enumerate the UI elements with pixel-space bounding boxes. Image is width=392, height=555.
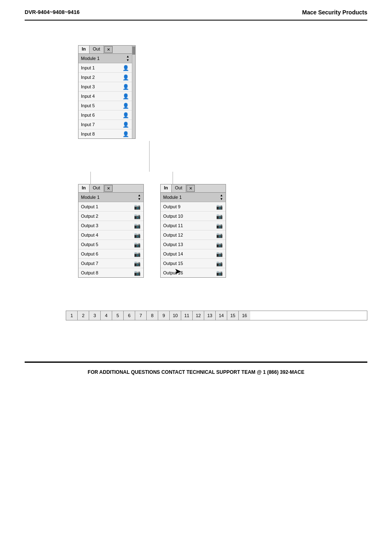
person-icon-7[interactable]: 👤 — [122, 121, 129, 128]
input-label-2: Input 2 — [81, 75, 122, 80]
output-right-icon-2[interactable]: 📷 — [216, 212, 223, 220]
output-right-rows: Output 9 📷Output 10 📷Output 11 📷Output 1… — [161, 202, 226, 277]
num-cell-6[interactable]: 6 — [124, 311, 135, 320]
output-left-wrapper: In Out ✕ Module 1 ▲▼ Output 1 📷Output 2 … — [78, 172, 144, 278]
input-row-2: Input 2 👤 — [78, 73, 132, 82]
person-icon-8[interactable]: 👤 — [122, 130, 129, 138]
num-cell-5[interactable]: 5 — [112, 311, 124, 320]
output-right-icon-3[interactable]: 📷 — [216, 222, 223, 229]
tab-x[interactable]: ✕ — [104, 46, 113, 53]
output-right-panel: In Out ✕ Module 1 ▲▼ Output 9 📷Output 10… — [160, 184, 226, 278]
out-right-label-3: Output 11 — [163, 223, 216, 228]
out-left-label-3: Output 3 — [81, 223, 134, 228]
num-cell-2[interactable]: 2 — [78, 311, 89, 320]
out-left-tab-out[interactable]: Out — [90, 184, 104, 192]
person-icon-1[interactable]: 👤 — [122, 64, 129, 71]
output-left-row-6: Output 6 📷 — [78, 249, 143, 259]
main-content: In Out ✕ Module 1 ▲▼ Input 1 👤Input 2 👤I… — [0, 21, 392, 329]
output-left-tabs: In Out ✕ — [78, 184, 143, 193]
num-cell-12[interactable]: 12 — [193, 311, 204, 320]
out-right-scroll[interactable]: ▲▼ — [220, 193, 223, 201]
output-right-wrapper: In Out ✕ Module 1 ▲▼ Output 9 📷Output 10… — [160, 172, 226, 278]
input-panel-wrapper: In Out ✕ Module 1 ▲▼ Input 1 👤Input 2 👤I… — [78, 45, 367, 139]
output-right-icon-5[interactable]: 📷 — [216, 241, 223, 248]
num-cell-9[interactable]: 9 — [158, 311, 170, 320]
output-left-icon-3[interactable]: 📷 — [134, 222, 141, 229]
out-right-label-5: Output 13 — [163, 242, 216, 247]
output-left-icon-2[interactable]: 📷 — [134, 212, 141, 220]
out-right-label-8: Output 16 — [163, 270, 216, 275]
out-right-tab-x[interactable]: ✕ — [187, 185, 195, 192]
person-icon-2[interactable]: 👤 — [122, 74, 129, 81]
person-icon-3[interactable]: 👤 — [122, 83, 129, 90]
person-icon-5[interactable]: 👤 — [122, 102, 129, 109]
out-left-label-8: Output 8 — [81, 270, 134, 275]
output-right-row-1: Output 9 📷 — [161, 202, 226, 212]
num-cell-16[interactable]: 16 — [239, 311, 250, 320]
output-left-row-7: Output 7 📷 — [78, 259, 143, 268]
input-label-6: Input 6 — [81, 113, 122, 117]
tab-out[interactable]: Out — [90, 46, 104, 53]
num-cell-13[interactable]: 13 — [204, 311, 216, 320]
num-cell-8[interactable]: 8 — [147, 311, 158, 320]
out-right-tab-out[interactable]: Out — [172, 184, 186, 192]
out-right-label-2: Output 10 — [163, 214, 216, 219]
output-right-icon-4[interactable]: 📷 — [216, 231, 223, 239]
output-left-icon-8[interactable]: 📷 — [134, 269, 141, 276]
num-cell-1[interactable]: 1 — [66, 311, 78, 320]
output-left-row-2: Output 2 📷 — [78, 212, 143, 221]
input-label-3: Input 3 — [81, 84, 122, 89]
num-cell-4[interactable]: 4 — [101, 311, 112, 320]
section-output-wrapper: In Out ✕ Module 1 ▲▼ Output 1 📷Output 2 … — [25, 172, 367, 278]
output-right-icon-8[interactable]: 📷 — [216, 269, 223, 276]
output-right-row-4: Output 12 📷 — [161, 230, 226, 240]
input-row-4: Input 4 👤 — [78, 92, 132, 101]
out-right-tab-in[interactable]: In — [161, 184, 172, 192]
output-right-row-7: Output 15 📷 — [161, 259, 226, 268]
person-icon-6[interactable]: 👤 — [122, 111, 129, 119]
output-left-row-1: Output 1 📷 — [78, 202, 143, 212]
input-row-3: Input 3 👤 — [78, 82, 132, 92]
scrollbar-thumb — [132, 46, 135, 55]
num-cell-11[interactable]: 11 — [181, 311, 193, 320]
input-label-5: Input 5 — [81, 103, 122, 108]
out-left-tab-in[interactable]: In — [78, 184, 90, 192]
out-left-tab-x[interactable]: ✕ — [104, 185, 113, 192]
input-row-5: Input 5 👤 — [78, 101, 132, 111]
output-left-icon-1[interactable]: 📷 — [134, 203, 141, 210]
out-left-scroll[interactable]: ▲▼ — [138, 193, 141, 201]
num-cell-14[interactable]: 14 — [216, 311, 227, 320]
num-cell-3[interactable]: 3 — [89, 311, 101, 320]
output-right-icon-7[interactable]: 📷 — [216, 260, 223, 267]
num-cell-15[interactable]: 15 — [227, 311, 239, 320]
output-right-icon-1[interactable]: 📷 — [216, 203, 223, 210]
out-right-module-label: Module 1 — [163, 195, 182, 200]
out-left-label-5: Output 5 — [81, 242, 134, 247]
output-left-icon-4[interactable]: 📷 — [134, 231, 141, 239]
footer-text: FOR ADDITIONAL QUESTIONS CONTACT TECHNIC… — [0, 363, 392, 382]
section-input: In Out ✕ Module 1 ▲▼ Input 1 👤Input 2 👤I… — [78, 45, 367, 139]
out-left-label-7: Output 7 — [81, 261, 134, 266]
output-right-row-5: Output 13 📷 — [161, 240, 226, 249]
output-right-icon-6[interactable]: 📷 — [216, 250, 223, 258]
person-icon-4[interactable]: 👤 — [122, 92, 129, 100]
connector-vertical-1 — [149, 141, 150, 172]
output-left-icon-7[interactable]: 📷 — [134, 260, 141, 267]
output-left-icon-6[interactable]: 📷 — [134, 250, 141, 258]
output-left-row-4: Output 4 📷 — [78, 230, 143, 240]
input-scrollbar[interactable] — [132, 46, 135, 138]
out-left-label-2: Output 2 — [81, 214, 134, 219]
input-label-1: Input 1 — [81, 65, 122, 70]
input-panel-tabs: In Out ✕ — [78, 46, 132, 54]
num-cell-7[interactable]: 7 — [135, 311, 147, 320]
output-left-icon-5[interactable]: 📷 — [134, 241, 141, 248]
header-left-title: DVR-9404~9408~9416 — [25, 9, 80, 15]
tab-in[interactable]: In — [78, 46, 90, 53]
input-row-7: Input 7 👤 — [78, 120, 132, 129]
out-left-module-row: Module 1 ▲▼ — [78, 193, 143, 202]
module-scroll[interactable]: ▲▼ — [126, 55, 129, 62]
num-cell-10[interactable]: 10 — [170, 311, 181, 320]
number-bar: 12345678910111213141516 — [66, 311, 367, 320]
out-left-label-6: Output 6 — [81, 251, 134, 256]
input-rows: Input 1 👤Input 2 👤Input 3 👤Input 4 👤Inpu… — [78, 63, 132, 138]
